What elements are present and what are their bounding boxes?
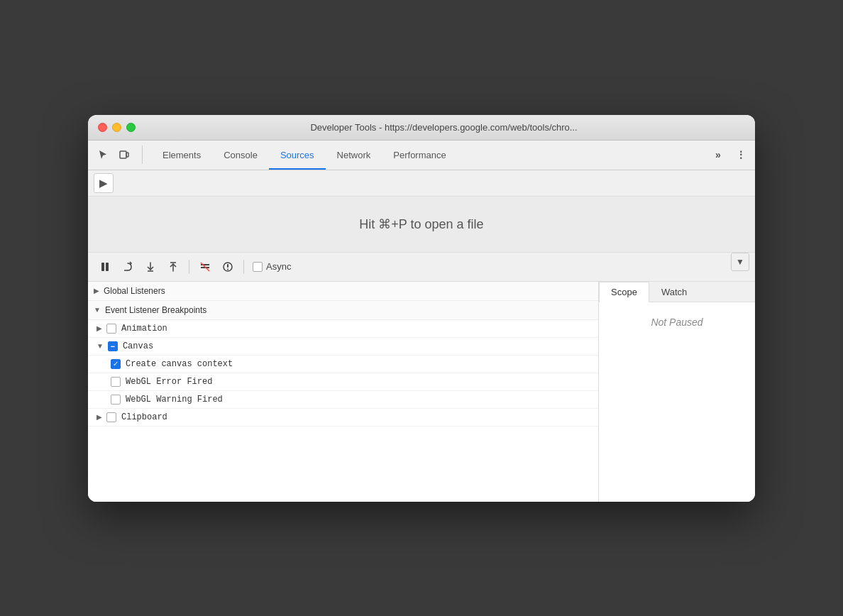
webgl-warning-fired-item[interactable]: WebGL Warning Fired [88,391,598,409]
event-listener-breakpoints-arrow: ▼ [94,306,101,314]
canvas-checkbox[interactable] [108,341,118,351]
svg-rect-1 [126,153,128,157]
traffic-lights [98,123,136,132]
debugger-separator [189,260,189,274]
tab-bar-icons [94,145,143,164]
webgl-error-fired-label: WebGL Error Fired [126,377,212,387]
async-group: Async [253,261,291,272]
svg-rect-0 [120,151,126,158]
svg-rect-14 [227,268,228,270]
file-hint-area: Hit ⌘+P to open a file ▼ [88,197,755,253]
clipboard-arrow: ▶ [97,413,102,421]
close-button[interactable] [98,123,107,132]
pause-exceptions-button[interactable] [218,257,238,277]
pause-button[interactable] [95,257,115,277]
tabs: Elements Console Sources Network Perform… [151,141,710,170]
step-out-button[interactable] [163,257,183,277]
webgl-warning-fired-label: WebGL Warning Fired [126,395,223,405]
webgl-error-fired-checkbox[interactable] [111,377,121,387]
debugger-toolbar: Async [88,253,755,282]
create-canvas-context-item[interactable]: Create canvas context [88,356,598,373]
event-listener-breakpoints-header[interactable]: ▼ Event Listener Breakpoints [88,301,598,320]
async-label: Async [266,261,291,272]
clipboard-item[interactable]: ▶ Clipboard [88,409,598,427]
devtools-body: ▶ Hit ⌘+P to open a file ▼ [88,170,755,502]
global-listeners-header[interactable]: ▶ Global Listeners [88,282,598,301]
tab-scope[interactable]: Scope [599,282,649,302]
scope-panel: Scope Watch Not Paused [599,282,755,342]
window-title: Developer Tools - https://developers.goo… [143,122,745,133]
event-listener-breakpoints-label: Event Listener Breakpoints [105,305,206,315]
tab-watch[interactable]: Watch [649,282,699,302]
animation-item[interactable]: ▶ Animation [88,320,598,338]
tab-sources[interactable]: Sources [269,141,326,170]
canvas-arrow: ▼ [97,342,104,350]
tab-elements[interactable]: Elements [151,141,212,170]
canvas-label: Canvas [123,341,153,351]
title-bar: Developer Tools - https://developers.goo… [88,115,755,141]
step-over-button[interactable] [118,257,138,277]
more-tabs-button[interactable]: » [710,146,727,163]
breakpoints-section: ▶ Global Listeners ▼ Event Listener Brea… [88,282,598,427]
maximize-button[interactable] [126,123,136,132]
tab-bar: Elements Console Sources Network Perform… [88,141,755,170]
minimize-button[interactable] [112,123,121,132]
svg-rect-3 [106,263,109,271]
deactivate-breakpoints-button[interactable] [195,257,215,277]
tab-console[interactable]: Console [212,141,269,170]
step-into-button[interactable] [140,257,160,277]
create-canvas-context-label: Create canvas context [126,359,233,369]
clipboard-label: Clipboard [121,412,167,422]
right-panel: Scope Watch Not Paused [599,282,755,502]
sources-toolbar: ▶ [88,170,755,197]
svg-rect-13 [227,264,228,268]
clipboard-checkbox[interactable] [106,412,116,422]
create-canvas-context-checkbox[interactable] [111,359,121,369]
global-listeners-label: Global Listeners [104,286,165,296]
tab-performance[interactable]: Performance [382,141,457,170]
webgl-warning-fired-checkbox[interactable] [111,395,121,405]
devtools-menu-button[interactable]: ⋮ [732,146,749,163]
svg-rect-2 [101,263,104,271]
panel-toggle-button[interactable]: ▶ [94,173,114,193]
global-listeners-arrow: ▶ [94,287,99,295]
webgl-error-fired-item[interactable]: WebGL Error Fired [88,373,598,391]
device-toggle-icon[interactable] [115,145,133,164]
animation-arrow: ▶ [97,324,102,332]
canvas-item[interactable]: ▼ Canvas [88,338,598,356]
dropdown-button[interactable]: ▼ [731,253,749,271]
tab-network[interactable]: Network [326,141,382,170]
cursor-icon[interactable] [94,145,112,164]
left-panel: ▶ Global Listeners ▼ Event Listener Brea… [88,282,599,502]
scope-tabs: Scope Watch [599,282,755,302]
debugger-separator-2 [243,260,244,274]
async-checkbox[interactable] [253,262,263,272]
animation-label: Animation [121,324,167,334]
tab-bar-more: » ⋮ [710,146,749,163]
animation-checkbox[interactable] [106,324,116,334]
main-panels: ▶ Global Listeners ▼ Event Listener Brea… [88,282,755,502]
not-paused-text: Not Paused [599,302,755,342]
file-hint-text: Hit ⌘+P to open a file [359,217,483,231]
devtools-window: Developer Tools - https://developers.goo… [88,115,755,502]
